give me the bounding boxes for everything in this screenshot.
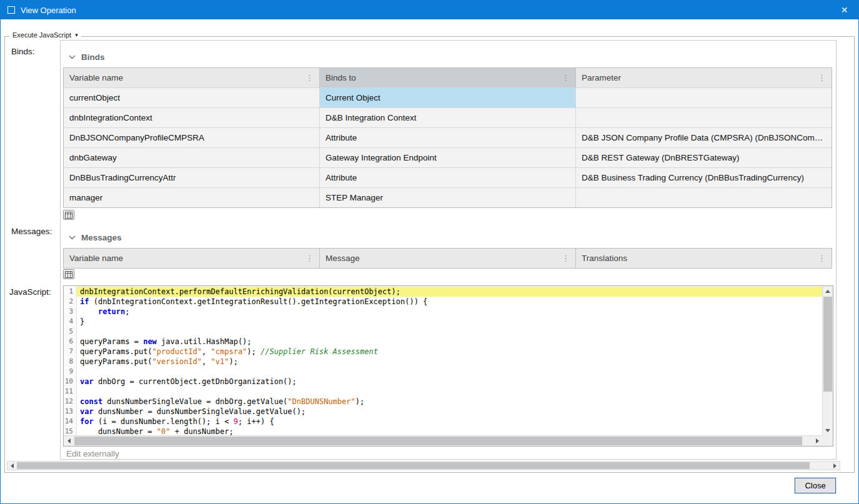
binds-section-header[interactable]: Binds <box>69 52 105 62</box>
javascript-code-editor[interactable]: 1dnbIntegrationContext.performDefaultEnr… <box>63 285 833 447</box>
left-arrow-icon <box>11 463 14 468</box>
table-row[interactable]: currentObjectCurrent Object <box>64 87 832 107</box>
table-icon <box>65 212 72 219</box>
column-header-variable-name[interactable]: Variable name⋮ <box>64 249 320 268</box>
editor-vertical-scrollbar[interactable] <box>822 286 833 435</box>
horizontal-scroll-thumb[interactable] <box>17 462 810 469</box>
binds-table: Variable name⋮Binds to⋮Parameter⋮ curren… <box>63 67 832 208</box>
code-text <box>77 327 822 337</box>
messages-section-title: Messages <box>81 233 122 242</box>
table-cell[interactable]: Gateway Integration Endpoint <box>320 148 576 167</box>
scroll-right-button[interactable] <box>812 436 822 446</box>
scroll-left-button[interactable] <box>7 462 17 470</box>
column-menu-icon[interactable]: ⋮ <box>558 254 570 263</box>
table-cell[interactable] <box>576 188 832 207</box>
table-cell[interactable]: D&B REST Gateway (DnBRESTGateway) <box>576 148 832 167</box>
dropdown-arrow-icon: ▾ <box>75 32 78 38</box>
table-row[interactable]: dnbIntegrationContextD&B Integration Con… <box>64 107 832 127</box>
dialog-horizontal-scrollbar[interactable] <box>7 461 840 470</box>
table-cell[interactable]: Attribute <box>320 168 576 187</box>
code-line[interactable]: 5 <box>64 327 822 337</box>
table-cell[interactable] <box>576 108 832 127</box>
code-line[interactable]: 6queryParams = new java.util.HashMap(); <box>64 337 822 347</box>
table-cell[interactable]: D&B Business Trading Currency (DnBBusTra… <box>576 168 832 187</box>
left-arrow-icon <box>67 438 71 443</box>
line-number: 2 <box>64 297 77 307</box>
code-text: return; <box>77 307 822 317</box>
table-row[interactable]: DnBBusTradingCurrencyAttrAttributeD&B Bu… <box>64 167 832 187</box>
table-cell[interactable]: currentObject <box>64 88 320 107</box>
code-line[interactable]: 9 <box>64 367 822 377</box>
horizontal-scroll-thumb[interactable] <box>74 437 802 445</box>
table-cell[interactable]: manager <box>64 188 320 207</box>
code-line[interactable]: 11 <box>64 387 822 397</box>
code-line[interactable]: 15 dunsNumber = "0" + dunsNumber; <box>64 427 822 435</box>
table-cell[interactable] <box>576 88 832 107</box>
column-header-binds-to[interactable]: Binds to⋮ <box>320 68 576 87</box>
messages-section-header[interactable]: Messages <box>69 233 122 242</box>
table-cell[interactable]: D&B JSON Company Profile Data (CMPSRA) (… <box>576 128 832 147</box>
column-header-message[interactable]: Message⋮ <box>320 249 576 268</box>
content-panel: Binds Variable name⋮Binds to⋮Parameter⋮ … <box>60 40 837 460</box>
line-number: 7 <box>64 347 77 357</box>
column-menu-icon[interactable]: ⋮ <box>558 73 570 82</box>
table-cell[interactable]: dnbIntegrationContext <box>64 108 320 127</box>
scroll-left-button[interactable] <box>64 436 74 446</box>
vertical-scroll-thumb[interactable] <box>823 297 832 392</box>
code-line[interactable]: 8queryParams.put("versionId", "v1"); <box>64 357 822 367</box>
code-line[interactable]: 4} <box>64 317 822 327</box>
code-lines: 1dnbIntegrationContext.performDefaultEnr… <box>64 287 822 435</box>
code-line[interactable]: 14for (i = dunsNumber.length(); i < 9; i… <box>64 417 822 427</box>
table-cell[interactable]: D&B Integration Context <box>320 108 576 127</box>
column-header-label: Parameter <box>582 73 814 82</box>
binds-section-title: Binds <box>81 52 105 62</box>
column-menu-icon[interactable]: ⋮ <box>814 73 826 82</box>
code-text: const dunsNumberSingleValue = dnbOrg.get… <box>77 397 822 407</box>
column-header-label: Variable name <box>69 254 302 263</box>
line-number: 3 <box>64 307 77 317</box>
line-number: 8 <box>64 357 77 367</box>
code-line[interactable]: 7queryParams.put("productId", "cmpsra");… <box>64 347 822 357</box>
column-menu-icon[interactable]: ⋮ <box>814 254 826 263</box>
code-text: var dunsNumber = dunsNumberSingleValue.g… <box>77 407 822 417</box>
table-cell[interactable]: dnbGateway <box>64 148 320 167</box>
code-text: var dnbOrg = currentObject.getDnbOrganiz… <box>77 377 822 387</box>
code-line[interactable]: 1dnbIntegrationContext.performDefaultEnr… <box>64 287 822 297</box>
table-row[interactable]: DnBJSONCompanyProfileCMPSRAAttributeD&B … <box>64 127 832 147</box>
editor-horizontal-scrollbar[interactable] <box>64 435 822 446</box>
line-number: 12 <box>64 397 77 407</box>
code-line[interactable]: 12const dunsNumberSingleValue = dnbOrg.g… <box>64 397 822 407</box>
table-cell[interactable]: Attribute <box>320 128 576 147</box>
messages-table-tool-button[interactable] <box>63 269 74 279</box>
binds-table-tool-button[interactable] <box>63 210 74 220</box>
scroll-up-button[interactable] <box>823 286 833 296</box>
code-line[interactable]: 10var dnbOrg = currentObject.getDnbOrgan… <box>64 377 822 387</box>
code-line[interactable]: 2if (dnbIntegrationContext.getIntegratio… <box>64 297 822 307</box>
edit-externally-link[interactable]: Edit externally <box>66 449 119 458</box>
column-header-variable-name[interactable]: Variable name⋮ <box>64 68 320 87</box>
code-line[interactable]: 3 return; <box>64 307 822 317</box>
table-cell[interactable]: DnBJSONCompanyProfileCMPSRA <box>64 128 320 147</box>
table-row[interactable]: managerSTEP Manager <box>64 187 832 207</box>
view-operation-dialog: View Operation ✕ Execute JavaScript ▾ Bi… <box>0 0 859 504</box>
table-cell[interactable]: Current Object <box>320 88 576 107</box>
column-header-label: Binds to <box>325 73 558 82</box>
code-line[interactable]: 13var dunsNumber = dunsNumberSingleValue… <box>64 407 822 417</box>
table-icon <box>65 271 72 278</box>
window-close-button[interactable]: ✕ <box>830 1 858 19</box>
up-arrow-icon <box>825 290 830 293</box>
column-header-parameter[interactable]: Parameter⋮ <box>576 68 832 87</box>
title-bar: View Operation ✕ <box>1 1 858 19</box>
binds-table-header: Variable name⋮Binds to⋮Parameter⋮ <box>64 68 832 87</box>
column-menu-icon[interactable]: ⋮ <box>302 73 314 82</box>
table-row[interactable]: dnbGatewayGateway Integration EndpointD&… <box>64 147 832 167</box>
column-menu-icon[interactable]: ⋮ <box>302 254 314 263</box>
scroll-down-button[interactable] <box>823 425 833 435</box>
scroll-right-button[interactable] <box>830 462 840 470</box>
table-cell[interactable]: STEP Manager <box>320 188 576 207</box>
table-cell[interactable]: DnBBusTradingCurrencyAttr <box>64 168 320 187</box>
operation-type-dropdown[interactable]: Execute JavaScript ▾ <box>9 31 81 39</box>
close-button[interactable]: Close <box>795 478 836 493</box>
line-number: 15 <box>64 427 77 435</box>
column-header-translations[interactable]: Translations⋮ <box>576 249 832 268</box>
